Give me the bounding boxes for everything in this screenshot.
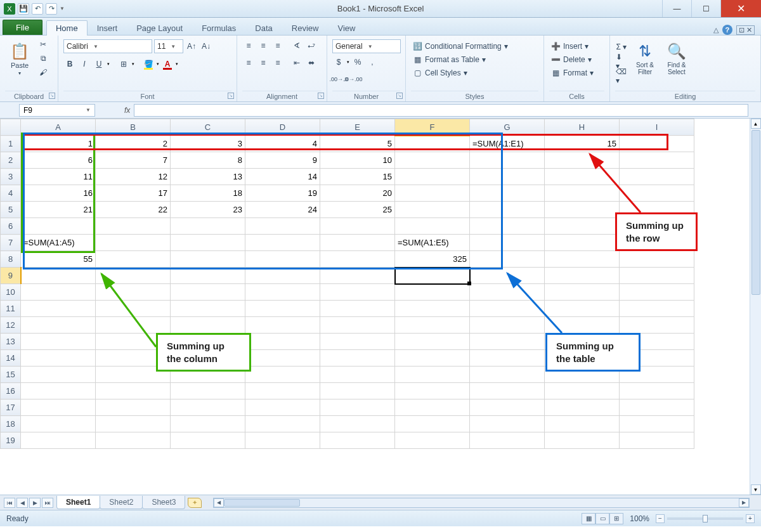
cell-G19[interactable] — [470, 432, 545, 449]
redo-icon[interactable]: ↷ — [46, 3, 57, 15]
cell-A1[interactable]: 1 — [21, 136, 96, 152]
cell-G15[interactable] — [470, 367, 545, 383]
cell-F19[interactable] — [395, 432, 470, 449]
cell-E19[interactable] — [320, 432, 395, 449]
sheet-nav-first[interactable]: ⏮ — [4, 498, 15, 508]
tab-home[interactable]: Home — [46, 20, 88, 36]
formula-input[interactable] — [134, 104, 748, 117]
cell-H18[interactable] — [545, 416, 620, 432]
underline-button[interactable]: U — [93, 58, 105, 70]
cell-A11[interactable] — [21, 301, 96, 317]
cell-E14[interactable] — [320, 350, 395, 367]
decrease-indent-icon[interactable]: ⇤ — [290, 56, 303, 69]
orientation-icon[interactable]: ∢ — [290, 39, 303, 52]
cell-B7[interactable] — [96, 235, 171, 251]
cell-I11[interactable] — [620, 301, 694, 317]
cell-C9[interactable] — [171, 268, 245, 284]
cell-F5[interactable] — [395, 202, 470, 218]
cell-G10[interactable] — [470, 284, 545, 301]
cell-G17[interactable] — [470, 399, 545, 416]
cell-I12[interactable] — [620, 317, 694, 334]
cell-E1[interactable]: 5 — [320, 136, 395, 152]
cell-H9[interactable] — [545, 268, 620, 284]
row-header-6[interactable]: 6 — [1, 218, 21, 235]
cell-C17[interactable] — [171, 399, 245, 416]
cell-D13[interactable] — [245, 334, 320, 350]
row-header-3[interactable]: 3 — [1, 169, 21, 185]
cell-H6[interactable] — [545, 218, 620, 235]
col-header-F[interactable]: F — [395, 119, 470, 136]
row-header-4[interactable]: 4 — [1, 185, 21, 202]
cell-D14[interactable] — [245, 350, 320, 367]
cell-H16[interactable] — [545, 383, 620, 399]
cell-C1[interactable]: 3 — [171, 136, 245, 152]
insert-cells-button[interactable]: ➕Insert ▾ — [549, 41, 590, 52]
fill-color-button[interactable]: 🪣 — [142, 58, 155, 70]
align-right-icon[interactable]: ≡ — [271, 56, 284, 69]
col-header-B[interactable]: B — [96, 119, 171, 136]
cell-B9[interactable] — [96, 268, 171, 284]
horizontal-scrollbar[interactable]: ◀ ▶ — [213, 498, 750, 508]
align-center-icon[interactable]: ≡ — [257, 56, 270, 69]
maximize-button[interactable]: ☐ — [691, 0, 720, 17]
conditional-formatting-button[interactable]: 🔢Conditional Formatting ▾ — [411, 41, 509, 52]
cell-A14[interactable] — [21, 350, 96, 367]
cell-G14[interactable] — [470, 350, 545, 367]
format-as-table-button[interactable]: ▦Format as Table ▾ — [411, 54, 487, 65]
cell-F6[interactable] — [395, 218, 470, 235]
cell-G18[interactable] — [470, 416, 545, 432]
cell-D3[interactable]: 14 — [245, 169, 320, 185]
paste-button[interactable]: 📋 Paste ▾ — [5, 38, 34, 80]
col-header-A[interactable]: A — [21, 119, 96, 136]
cell-G3[interactable] — [470, 169, 545, 185]
cell-G5[interactable] — [470, 202, 545, 218]
sheet-nav-next[interactable]: ▶ — [29, 498, 41, 508]
cell-G6[interactable] — [470, 218, 545, 235]
align-middle-icon[interactable]: ≡ — [257, 39, 270, 52]
cell-H4[interactable] — [545, 185, 620, 202]
cell-I4[interactable] — [620, 185, 694, 202]
cell-C4[interactable]: 18 — [171, 185, 245, 202]
cell-D11[interactable] — [245, 301, 320, 317]
cell-B16[interactable] — [96, 383, 171, 399]
col-header-I[interactable]: I — [620, 119, 694, 136]
cell-C10[interactable] — [171, 284, 245, 301]
col-header-H[interactable]: H — [545, 119, 620, 136]
cell-F18[interactable] — [395, 416, 470, 432]
cell-A2[interactable]: 6 — [21, 152, 96, 169]
sheet-tab-sheet2[interactable]: Sheet2 — [100, 496, 143, 509]
cell-E10[interactable] — [320, 284, 395, 301]
select-all-corner[interactable] — [1, 119, 21, 136]
decrease-font-icon[interactable]: A↓ — [200, 40, 212, 53]
increase-decimal-icon[interactable]: .00→.0 — [332, 73, 345, 86]
bold-button[interactable]: B — [63, 58, 76, 70]
cell-D17[interactable] — [245, 399, 320, 416]
cell-H17[interactable] — [545, 399, 620, 416]
cell-A9[interactable] — [21, 268, 96, 284]
format-cells-button[interactable]: ▦Format ▾ — [549, 67, 595, 79]
cell-I9[interactable] — [620, 268, 694, 284]
help-icon[interactable]: ? — [722, 25, 732, 35]
cell-E17[interactable] — [320, 399, 395, 416]
row-header-1[interactable]: 1 — [1, 136, 21, 152]
tab-data[interactable]: Data — [245, 20, 282, 36]
number-format-select[interactable]: General▼ — [332, 39, 401, 53]
col-header-D[interactable]: D — [245, 119, 320, 136]
cell-A16[interactable] — [21, 383, 96, 399]
cell-F17[interactable] — [395, 399, 470, 416]
cell-A5[interactable]: 21 — [21, 202, 96, 218]
percent-icon[interactable]: % — [351, 56, 364, 68]
minimize-button[interactable]: — — [662, 0, 691, 17]
cell-D16[interactable] — [245, 383, 320, 399]
sheet-nav-prev[interactable]: ◀ — [16, 498, 28, 508]
sort-filter-button[interactable]: ⇅ Sort & Filter — [630, 38, 660, 80]
increase-font-icon[interactable]: A↑ — [185, 40, 198, 53]
page-break-view-icon[interactable]: ⊞ — [609, 513, 623, 524]
cell-C5[interactable]: 23 — [171, 202, 245, 218]
cell-H10[interactable] — [545, 284, 620, 301]
row-header-12[interactable]: 12 — [1, 317, 21, 334]
cell-A19[interactable] — [21, 432, 96, 449]
excel-icon[interactable]: X — [4, 3, 15, 15]
cell-G9[interactable] — [470, 268, 545, 284]
cell-H5[interactable] — [545, 202, 620, 218]
